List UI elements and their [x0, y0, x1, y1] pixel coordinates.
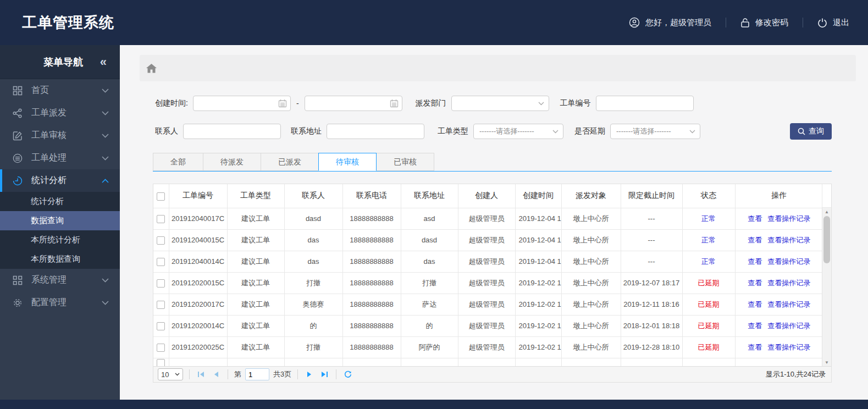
pagination-bar: 10 第 共3页: [153, 366, 831, 382]
view-log-link[interactable]: 查看操作记录: [767, 236, 810, 244]
user-icon: [629, 17, 640, 28]
view-link[interactable]: 查看: [748, 322, 762, 330]
table-row: 201912020015C 建议工单 打撤 18888888888 打撤 超级管…: [153, 272, 822, 294]
home-icon[interactable]: [146, 64, 157, 73]
cell-phone: 18888888888: [342, 336, 401, 358]
row-checkbox[interactable]: [157, 215, 165, 223]
create-time-start-input[interactable]: [198, 100, 278, 108]
sidebar-item-dispatch[interactable]: 工单派发: [0, 102, 120, 124]
select-all-checkbox[interactable]: [157, 192, 165, 201]
cell-status: 已延期: [682, 315, 735, 336]
cell-contact: 的: [284, 315, 342, 336]
table-scrollbar: ▲ ▼: [822, 184, 831, 366]
share-icon: [12, 108, 23, 119]
create-time-start-field[interactable]: [193, 96, 291, 111]
next-page-button[interactable]: [304, 369, 315, 380]
order-no-input[interactable]: [601, 100, 690, 108]
dispatch-dept-select[interactable]: [451, 96, 549, 111]
cell-phone: 18888888888: [342, 272, 401, 294]
row-checkbox[interactable]: [157, 301, 165, 309]
status-badge: 正常: [701, 257, 716, 266]
cell-actions: 查看查看操作记录: [735, 315, 822, 336]
view-log-link[interactable]: 查看操作记录: [767, 322, 810, 330]
row-checkbox[interactable]: [157, 258, 165, 266]
table-row: 201912040015C 建议工单 das 18888888888 dasd …: [153, 229, 822, 251]
sidebar-item-label: 统计分析: [31, 175, 93, 186]
logout-button[interactable]: 退出: [817, 18, 849, 28]
status-badge: 已延期: [698, 322, 720, 330]
row-checkbox[interactable]: [157, 344, 165, 352]
page-number-input[interactable]: [245, 368, 269, 380]
collapse-sidebar-icon[interactable]: «: [100, 55, 106, 69]
submenu-item-data-query[interactable]: 数据查询: [0, 211, 120, 230]
tab-pending-review[interactable]: 待审核: [318, 153, 377, 171]
row-checkbox[interactable]: [157, 322, 165, 330]
sidebar-item-process[interactable]: 工单处理: [0, 147, 120, 169]
row-checkbox-cell: [153, 208, 169, 229]
address-field[interactable]: [327, 124, 424, 139]
view-log-link[interactable]: 查看操作记录: [767, 214, 810, 223]
user-greeting[interactable]: 您好，超级管理员: [629, 17, 711, 28]
row-checkbox[interactable]: [157, 359, 165, 366]
order-no-field[interactable]: [596, 96, 694, 111]
view-link[interactable]: 查看: [748, 257, 762, 266]
view-link[interactable]: 查看: [748, 236, 762, 244]
contact-label: 联系人: [155, 126, 178, 136]
sidebar-item-label: 系统管理: [31, 274, 93, 286]
logout-label: 退出: [833, 18, 849, 28]
view-log-link[interactable]: 查看操作记录: [767, 257, 810, 266]
row-checkbox[interactable]: [157, 279, 165, 288]
view-link[interactable]: 查看: [748, 279, 762, 287]
sidebar-item-statistics[interactable]: 统计分析: [0, 169, 120, 192]
contact-input[interactable]: [188, 128, 277, 136]
scrollbar-thumb[interactable]: [823, 216, 830, 263]
create-time-end-input[interactable]: [309, 100, 390, 108]
create-time-end-field[interactable]: [305, 96, 402, 111]
cell-order-no: 201912020017C: [169, 294, 227, 315]
view-log-link[interactable]: 查看操作记录: [767, 279, 810, 287]
range-separator: -: [296, 99, 299, 108]
submenu-item-local-data-query[interactable]: 本所数据查询: [0, 250, 120, 269]
sidebar-item-config[interactable]: 配置管理: [0, 291, 120, 314]
view-link[interactable]: 查看: [748, 214, 762, 223]
search-button-label: 查询: [809, 126, 824, 136]
view-log-link[interactable]: 查看操作记录: [767, 343, 810, 351]
last-page-button[interactable]: [319, 369, 330, 380]
cell-address: 阿萨的: [401, 336, 458, 358]
order-type-select[interactable]: -------请选择-------: [473, 124, 563, 139]
divider: [726, 18, 726, 27]
tab-pending-dispatch[interactable]: 待派发: [203, 153, 261, 171]
view-link[interactable]: 查看: [748, 300, 762, 308]
divider: [228, 369, 228, 379]
cell-creator: 超级管理员: [458, 336, 515, 358]
scroll-down-arrow-icon[interactable]: ▼: [822, 358, 831, 366]
page-size-select[interactable]: 10: [158, 368, 183, 380]
calendar-icon[interactable]: [278, 99, 287, 108]
contact-field[interactable]: [183, 124, 281, 139]
search-button[interactable]: 查询: [790, 123, 832, 140]
scrollbar-track[interactable]: ▲ ▼: [822, 208, 831, 366]
view-link[interactable]: 查看: [748, 343, 762, 351]
sidebar-item-system[interactable]: 系统管理: [0, 269, 120, 291]
address-input[interactable]: [331, 128, 421, 136]
cell-order-no: 201912040017C: [169, 208, 227, 229]
tab-all[interactable]: 全部: [153, 153, 203, 171]
sidebar-item-home[interactable]: 首页: [0, 79, 120, 102]
tab-reviewed[interactable]: 已审核: [376, 153, 434, 171]
row-checkbox[interactable]: [157, 236, 165, 245]
sidebar-item-review[interactable]: 工单审核: [0, 124, 120, 147]
calendar-icon[interactable]: [390, 99, 399, 108]
delayed-select[interactable]: -------请选择-------: [610, 124, 700, 139]
page-size-value: 10: [161, 371, 169, 379]
prev-page-button[interactable]: [211, 369, 222, 380]
submenu-item-local-statistics[interactable]: 本所统计分析: [0, 230, 120, 250]
refresh-button[interactable]: [342, 369, 353, 380]
scroll-up-arrow-icon[interactable]: ▲: [822, 208, 831, 215]
breadcrumb: [140, 55, 856, 81]
first-page-button[interactable]: [196, 369, 207, 380]
view-log-link[interactable]: 查看操作记录: [767, 300, 810, 308]
cell-order-no: 201912040014C: [169, 251, 227, 272]
tab-dispatched[interactable]: 已派发: [261, 153, 319, 171]
submenu-item-statistics[interactable]: 统计分析: [0, 192, 120, 211]
change-password-button[interactable]: 修改密码: [740, 18, 788, 28]
